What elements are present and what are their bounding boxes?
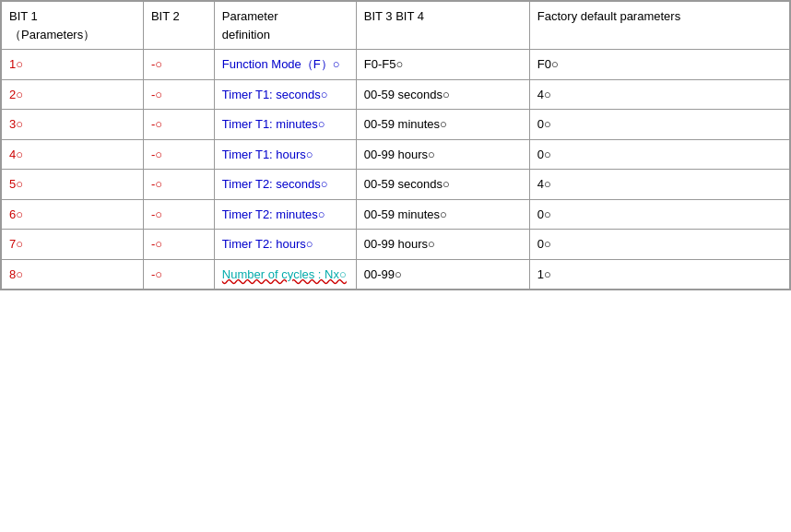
table-row: 4○-○Timer T1: hours○00-99 hours○0○ — [2, 139, 790, 170]
cell-factory: 0○ — [529, 110, 789, 140]
cell-bit1: 1○ — [2, 50, 144, 80]
header-factory-text: Factory default parameters — [537, 9, 680, 23]
cell-bit1: 5○ — [2, 170, 144, 200]
cell-bit2: -○ — [143, 170, 214, 200]
cell-bit34: F0-F5○ — [356, 50, 529, 80]
cell-bit2: -○ — [143, 79, 214, 110]
table-row: 3○-○Timer T1: minutes○00-59 minutes○0○ — [2, 110, 790, 140]
cell-bit1: 2○ — [2, 79, 144, 110]
cell-bit2: -○ — [143, 139, 214, 170]
cell-bit1: 6○ — [2, 199, 144, 230]
cell-bit2: -○ — [143, 199, 214, 230]
header-bit1-text: BIT 1 （Parameters） — [9, 9, 95, 41]
table-body: 1○-○Function Mode（F）○F0-F5○F0○2○-○Timer … — [2, 50, 790, 290]
cell-factory: 4○ — [529, 170, 789, 200]
cell-bit2: -○ — [143, 259, 214, 290]
header-bit34-text: BIT 3 BIT 4 — [364, 9, 424, 23]
cell-bit2: -○ — [143, 230, 214, 260]
cell-param: Timer T1: hours○ — [214, 139, 356, 170]
header-param-text: Parameter definition — [222, 9, 278, 41]
main-table-container: BIT 1 （Parameters） BIT 2 Parameter defin… — [0, 0, 791, 290]
cell-param: Timer T1: seconds○ — [214, 79, 356, 110]
table-row: 2○-○Timer T1: seconds○00-59 seconds○4○ — [2, 79, 790, 110]
header-bit34: BIT 3 BIT 4 — [356, 2, 529, 50]
cell-param: Number of cycles : Nx○ — [214, 259, 356, 290]
cell-bit34: 00-59 minutes○ — [356, 110, 529, 140]
cell-factory: 0○ — [529, 139, 789, 170]
cell-bit34: 00-59 minutes○ — [356, 199, 529, 230]
parameters-table: BIT 1 （Parameters） BIT 2 Parameter defin… — [1, 1, 790, 290]
cell-bit34: 00-99 hours○ — [356, 139, 529, 170]
cell-param: Timer T2: seconds○ — [214, 170, 356, 200]
table-row: 8○-○Number of cycles : Nx○00-99○1○ — [2, 259, 790, 290]
header-bit1: BIT 1 （Parameters） — [2, 2, 144, 50]
cell-factory: 4○ — [529, 79, 789, 110]
header-bit2: BIT 2 — [143, 2, 214, 50]
cell-bit1: 3○ — [2, 110, 144, 140]
cell-bit34: 00-59 seconds○ — [356, 79, 529, 110]
cell-bit34: 00-99○ — [356, 259, 529, 290]
header-factory: Factory default parameters — [529, 2, 789, 50]
table-row: 5○-○Timer T2: seconds○00-59 seconds○4○ — [2, 170, 790, 200]
table-header-row: BIT 1 （Parameters） BIT 2 Parameter defin… — [2, 2, 790, 50]
cell-factory: 0○ — [529, 199, 789, 230]
header-param: Parameter definition — [214, 2, 356, 50]
cell-param: Function Mode（F）○ — [214, 50, 356, 80]
cell-bit2: -○ — [143, 110, 214, 140]
cell-param: Timer T1: minutes○ — [214, 110, 356, 140]
header-bit2-text: BIT 2 — [151, 9, 180, 23]
cell-bit1: 4○ — [2, 139, 144, 170]
cell-bit34: 00-99 hours○ — [356, 230, 529, 260]
table-row: 1○-○Function Mode（F）○F0-F5○F0○ — [2, 50, 790, 80]
table-row: 6○-○Timer T2: minutes○00-59 minutes○0○ — [2, 199, 790, 230]
table-row: 7○-○Timer T2: hours○00-99 hours○0○ — [2, 230, 790, 260]
cell-factory: F0○ — [529, 50, 789, 80]
cell-bit2: -○ — [143, 50, 214, 80]
cell-factory: 1○ — [529, 259, 789, 290]
cell-factory: 0○ — [529, 230, 789, 260]
cell-bit1: 8○ — [2, 259, 144, 290]
cell-bit34: 00-59 seconds○ — [356, 170, 529, 200]
cell-param: Timer T2: minutes○ — [214, 199, 356, 230]
cell-param: Timer T2: hours○ — [214, 230, 356, 260]
cell-bit1: 7○ — [2, 230, 144, 260]
